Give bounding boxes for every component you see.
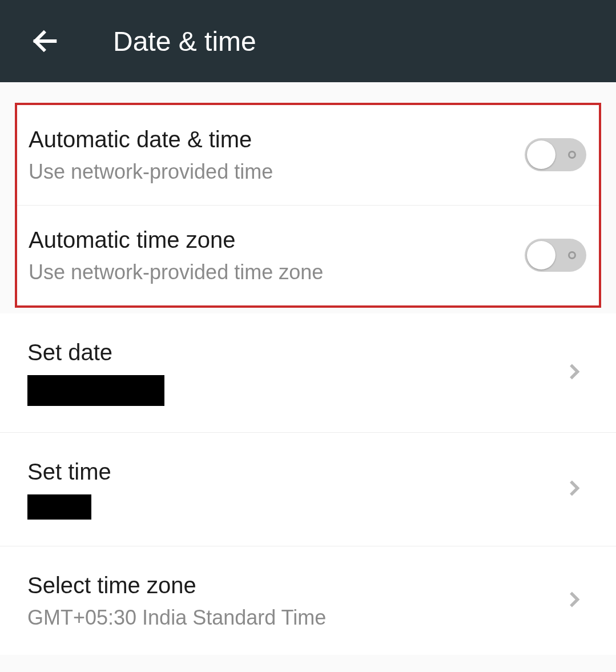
chevron-right-icon [562,588,585,613]
settings-list: Automatic date & time Use network-provid… [0,82,616,655]
page-title: Date & time [113,26,256,57]
toggle-thumb-icon [527,140,555,169]
chevron-right-icon [562,477,585,502]
row-text: Set time [27,457,562,522]
toggle-off-dot-icon [568,251,576,259]
back-arrow-icon[interactable] [29,25,62,58]
automatic-time-zone-toggle[interactable] [525,239,586,272]
row-subtitle: Use network-provided time zone [29,259,525,286]
row-title: Automatic time zone [29,225,525,255]
automatic-date-time-toggle[interactable] [525,138,586,171]
app-header: Date & time [0,0,616,82]
row-title: Set time [27,457,562,486]
row-text: Set date [27,337,562,408]
set-date-row[interactable]: Set date [0,313,616,433]
automatic-time-zone-row[interactable]: Automatic time zone Use network-provided… [17,206,599,305]
chevron-right-icon [562,360,585,385]
automatic-date-time-row[interactable]: Automatic date & time Use network-provid… [17,105,599,206]
set-time-value-redacted [27,494,91,520]
row-title: Set date [27,337,562,367]
highlighted-group: Automatic date & time Use network-provid… [15,103,601,308]
toggle-thumb-icon [527,241,555,269]
set-time-row[interactable]: Set time [0,433,616,546]
row-text: Select time zone GMT+05:30 India Standar… [27,570,562,631]
row-title: Automatic date & time [29,124,525,154]
row-subtitle: Use network-provided time [29,159,525,186]
row-title: Select time zone [27,570,562,600]
row-text: Automatic time zone Use network-provided… [29,225,525,286]
set-date-value-redacted [27,375,164,406]
row-subtitle: GMT+05:30 India Standard Time [27,605,562,631]
select-time-zone-row[interactable]: Select time zone GMT+05:30 India Standar… [0,546,616,655]
plain-rows: Set date Set time Select time [0,313,616,655]
row-text: Automatic date & time Use network-provid… [29,124,525,186]
toggle-off-dot-icon [568,151,576,159]
